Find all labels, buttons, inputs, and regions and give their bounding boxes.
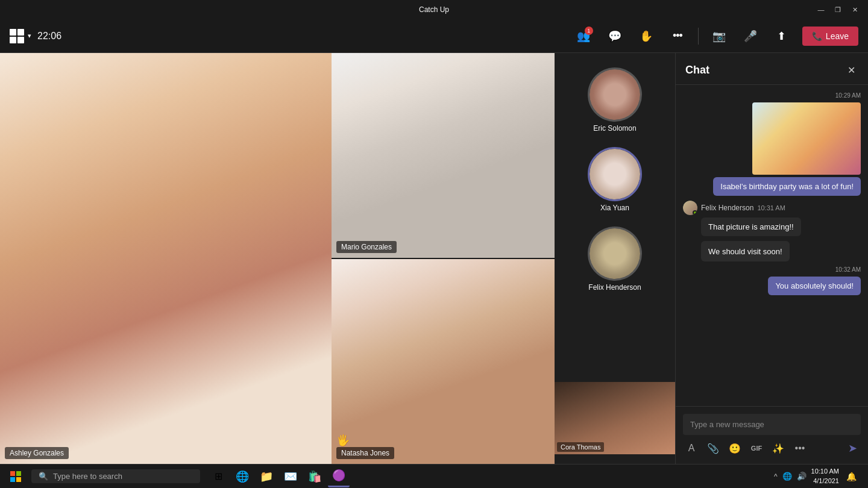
video-feed-mario <box>332 53 555 258</box>
taskbar-search-box[interactable]: 🔍 Type here to search <box>31 469 200 483</box>
chevron-up-icon[interactable]: ^ <box>774 472 778 481</box>
video-panel-cora: Cora Thomas <box>555 382 675 454</box>
minimize-button[interactable]: — <box>815 4 827 16</box>
avatar-xia <box>588 147 642 201</box>
chat-close-button[interactable]: ✕ <box>844 63 858 77</box>
call-timer: 22:06 <box>37 31 61 42</box>
sender-time-1: 10:31 AM <box>757 204 785 211</box>
format-text-button[interactable]: A <box>683 440 700 457</box>
window-title: Catch Up <box>419 5 449 14</box>
volume-icon[interactable]: 🔊 <box>797 472 807 481</box>
video-area: Ashley Gonzales Mario Gonzales 🖐️ Natash… <box>0 53 555 464</box>
more-chat-options-button[interactable]: ••• <box>791 440 808 457</box>
camera-button[interactable]: 📷 <box>708 25 730 47</box>
message-item-2: We should visit soon! <box>683 241 861 261</box>
message-bubble-2: We should visit soon! <box>701 241 790 261</box>
side-participants-panel: Eric Solomon Xia Yuan Felix Henderson Co… <box>555 53 675 464</box>
video-panel-natasha: 🖐️ Natasha Jones <box>332 259 555 464</box>
avatar-felix <box>588 227 642 281</box>
video-panel-mario: Mario Gonzales <box>332 53 555 259</box>
microphone-button[interactable]: 🎤 <box>740 25 761 47</box>
leave-label: Leave <box>826 31 849 41</box>
clock-time: 10:10 AM <box>811 467 839 476</box>
message-image-0 <box>752 102 861 175</box>
message-sender-row-1: Felix Henderson 10:31 AM <box>683 201 861 215</box>
start-button[interactable] <box>5 466 27 487</box>
leave-button[interactable]: 📞 Leave <box>802 27 858 46</box>
chat-tools: A 📎 🙂 GIF ✨ ••• ➤ <box>683 440 861 457</box>
message-bubble-3: You absolutely should! <box>768 277 861 295</box>
message-bubble-1: That picture is amazing!! <box>701 217 801 236</box>
taskview-button[interactable]: ⊞ <box>207 466 229 487</box>
participant-item-eric: Eric Solomon <box>588 63 642 137</box>
tray-icons: ^ 🌐 🔊 <box>774 472 807 481</box>
files-app[interactable]: 📁 <box>256 466 277 487</box>
network-icon[interactable]: 🌐 <box>782 472 792 481</box>
message-input[interactable]: Type a new message <box>683 414 861 435</box>
toolbar-left: ▾ 22:06 <box>10 29 565 43</box>
mail-app[interactable]: ✉️ <box>280 466 301 487</box>
svg-rect-3 <box>16 477 21 482</box>
raise-hand-button[interactable]: ✋ <box>635 25 657 47</box>
more-options-button[interactable]: ••• <box>667 25 688 47</box>
gif-button[interactable]: GIF <box>748 440 765 457</box>
avatar-felix-msg <box>683 201 697 215</box>
store-app[interactable]: 🛍️ <box>304 466 326 487</box>
emoji-button[interactable]: 🙂 <box>726 440 743 457</box>
chat-icon-button[interactable]: 💬 <box>604 25 626 47</box>
teams-app[interactable]: 🟣 <box>328 466 350 487</box>
online-indicator <box>693 210 697 215</box>
chat-panel: Chat ✕ 10:29 AM Isabel's birthday party … <box>675 53 868 464</box>
clock-date: 4/1/2021 <box>813 477 839 486</box>
svg-rect-2 <box>10 477 15 482</box>
name-felix: Felix Henderson <box>588 283 641 292</box>
ashley-label: Ashley Gonzales <box>5 447 69 459</box>
main-content: Ashley Gonzales Mario Gonzales 🖐️ Natash… <box>0 53 868 464</box>
participant-item-felix: Felix Henderson <box>588 222 642 296</box>
message-bubble-0: Isabel's birthday party was a lot of fun… <box>713 177 861 196</box>
sender-name-1: Felix Henderson <box>701 204 753 212</box>
participants-button[interactable]: 👥 1 <box>573 25 594 47</box>
attach-file-button[interactable]: 📎 <box>705 440 722 457</box>
phone-icon: 📞 <box>812 31 822 41</box>
notification-button[interactable]: 🔔 <box>844 469 858 484</box>
taskbar: 🔍 Type here to search ⊞ 🌐 📁 ✉️ 🛍️ 🟣 ^ 🌐 … <box>0 464 868 488</box>
grid-view-icon[interactable] <box>10 29 24 43</box>
chat-input-area: Type a new message A 📎 🙂 GIF ✨ ••• ➤ <box>676 406 868 464</box>
title-bar: Catch Up — ❐ ✕ <box>0 0 868 19</box>
video-right-column: Mario Gonzales 🖐️ Natasha Jones <box>332 53 555 464</box>
video-feed-natasha <box>332 259 555 464</box>
video-feed-ashley <box>0 53 332 464</box>
mario-label: Mario Gonzales <box>336 241 397 253</box>
participants-badge: 1 <box>585 27 593 35</box>
sticker-button[interactable]: ✨ <box>770 440 787 457</box>
search-icon: 🔍 <box>39 472 48 481</box>
system-tray: ^ 🌐 🔊 10:10 AM 4/1/2021 🔔 <box>774 467 863 486</box>
maximize-button[interactable]: ❐ <box>832 4 844 16</box>
search-placeholder: Type here to search <box>53 472 122 481</box>
windows-logo <box>7 4 19 16</box>
participant-item-xia: Xia Yuan <box>588 142 642 217</box>
input-placeholder: Type a new message <box>690 420 764 429</box>
edge-app[interactable]: 🌐 <box>231 466 253 487</box>
avatar-eric <box>588 67 642 122</box>
share-screen-button[interactable]: ⬆ <box>771 25 793 47</box>
system-clock[interactable]: 10:10 AM 4/1/2021 <box>811 467 839 486</box>
message-item-3: 10:32 AM You absolutely should! <box>768 266 861 295</box>
message-time-3: 10:32 AM <box>835 266 861 273</box>
chat-header: Chat ✕ <box>676 53 868 85</box>
meeting-toolbar: ▾ 22:06 👥 1 💬 ✋ ••• 📷 🎤 ⬆ 📞 Leave <box>0 19 868 53</box>
toolbar-right: 👥 1 💬 ✋ ••• 📷 🎤 ⬆ 📞 Leave <box>573 25 858 47</box>
message-item-0: 10:29 AM Isabel's birthday party was a l… <box>713 92 861 196</box>
chat-messages: 10:29 AM Isabel's birthday party was a l… <box>676 85 868 406</box>
message-item-1: Felix Henderson 10:31 AM That picture is… <box>683 201 861 236</box>
taskbar-apps: ⊞ 🌐 📁 ✉️ 🛍️ 🟣 <box>207 466 350 487</box>
svg-rect-0 <box>10 471 15 476</box>
hand-raise-indicator: 🖐️ <box>336 434 350 447</box>
name-xia: Xia Yuan <box>600 204 629 212</box>
cora-label: Cora Thomas <box>557 442 604 452</box>
send-message-button[interactable]: ➤ <box>844 440 861 457</box>
close-button[interactable]: ✕ <box>849 4 861 16</box>
name-eric: Eric Solomon <box>593 124 636 133</box>
video-panel-ashley: Ashley Gonzales <box>0 53 332 464</box>
